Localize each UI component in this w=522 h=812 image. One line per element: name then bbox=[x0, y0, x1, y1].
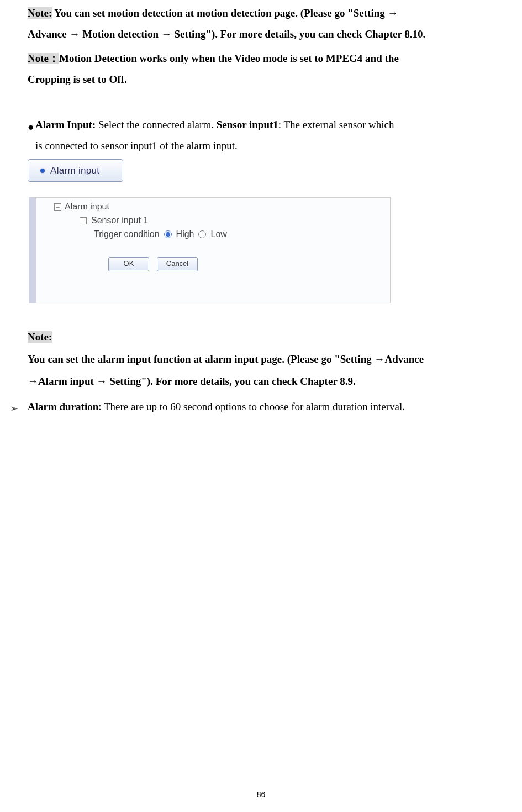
bullet-icon: ● bbox=[28, 117, 35, 138]
note-motion-mode-l1: Motion Detection works only when the Vid… bbox=[59, 53, 399, 64]
alarm-duration-bullet: ➢ Alarm duration: There are up to 60 sec… bbox=[10, 399, 500, 418]
alarm-input-mid: Select the connected alarm. bbox=[98, 119, 217, 130]
alarm-input-button-label: Alarm input bbox=[50, 161, 99, 180]
trigger-high-radio[interactable] bbox=[164, 230, 172, 238]
trigger-condition-label: Trigger condition bbox=[94, 229, 160, 240]
note-alarm-input: Note: You can set the alarm input functi… bbox=[28, 327, 500, 392]
note-motion-detection: Note: You can set motion detection at mo… bbox=[28, 3, 500, 24]
note-label-2: Note： bbox=[28, 53, 59, 64]
note-label-3: Note: bbox=[28, 331, 52, 343]
note-motion-detection-l2: Advance → Motion detection → Setting"). … bbox=[28, 24, 500, 45]
note-alarm-input-l1: You can set the alarm input function at … bbox=[28, 349, 500, 370]
sensor-input1-label: Sensor input1 bbox=[217, 119, 278, 130]
alarm-input-after: : The external sensor which bbox=[278, 119, 394, 130]
alarm-input-bullet: ● Alarm Input: Select the connected alar… bbox=[28, 117, 500, 154]
cancel-button[interactable]: Cancel bbox=[157, 257, 198, 271]
alarm-duration-text: Alarm duration: There are up to 60 secon… bbox=[28, 399, 500, 418]
sensor-input1-checkbox[interactable] bbox=[80, 217, 87, 224]
alarm-duration-rest: : There are up to 60 second options to c… bbox=[98, 401, 405, 412]
trigger-low-label: Low bbox=[210, 229, 226, 240]
alarm-duration-label: Alarm duration bbox=[28, 401, 98, 412]
sensor-input1-text: Sensor input 1 bbox=[91, 215, 148, 227]
note-label: Note: bbox=[28, 7, 52, 19]
trigger-low-radio[interactable] bbox=[198, 230, 206, 238]
alarm-icon bbox=[40, 169, 45, 173]
note-motion-mode: Note：Motion Detection works only when th… bbox=[28, 48, 500, 69]
alarm-input-panel: − Alarm input Sensor input 1 Trigger con… bbox=[29, 197, 391, 303]
page-number: 86 bbox=[0, 787, 522, 802]
alarm-input-text-l1: Alarm Input: Select the connected alarm.… bbox=[35, 117, 500, 138]
panel-heading: Alarm input bbox=[65, 201, 109, 213]
collapse-icon[interactable]: − bbox=[54, 203, 61, 211]
note-motion-detection-l1: You can set motion detection at motion d… bbox=[52, 7, 398, 19]
trigger-high-label: High bbox=[176, 229, 194, 240]
alarm-input-button[interactable]: Alarm input bbox=[28, 159, 123, 182]
ok-button[interactable]: OK bbox=[108, 257, 149, 271]
chevron-right-icon: ➢ bbox=[10, 399, 28, 418]
alarm-input-label: Alarm Input: bbox=[35, 119, 98, 130]
note-alarm-input-l2: →Alarm input → Setting"). For more detai… bbox=[28, 371, 500, 392]
note-motion-mode-l2: Cropping is set to Off. bbox=[28, 69, 500, 90]
alarm-input-text-l2: is connected to sensor input1 of the ala… bbox=[35, 138, 500, 154]
